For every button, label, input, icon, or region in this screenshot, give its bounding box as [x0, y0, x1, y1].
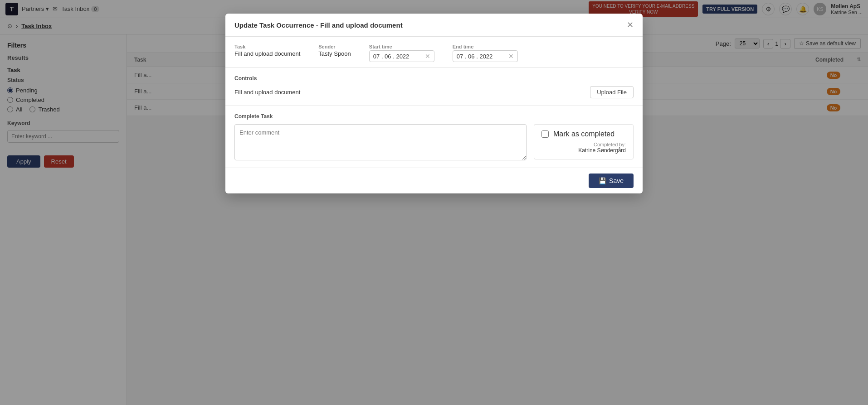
modal-overlay: Update Task Occurrence - Fill and upload…: [0, 0, 868, 405]
mark-completed-row: Mark as completed: [541, 130, 614, 138]
upload-file-button[interactable]: Upload File: [590, 86, 634, 98]
sender-label: Sender: [318, 44, 351, 49]
task-value: Fill and upload document: [234, 50, 300, 57]
modal-header: Update Task Occurrence - Fill and upload…: [225, 14, 643, 37]
modal-footer: 💾 Save: [225, 168, 643, 193]
comment-textarea[interactable]: [234, 124, 527, 160]
modal: Update Task Occurrence - Fill and upload…: [225, 14, 643, 193]
modal-title: Update Task Occurrence - Fill and upload…: [234, 21, 403, 29]
mark-completed-checkbox[interactable]: [541, 130, 549, 138]
sender-meta: Sender Tasty Spoon: [318, 44, 351, 62]
completed-by-name: Katrine Søndergård: [578, 147, 626, 154]
complete-task-section: Complete Task Mark as completed Complete…: [225, 106, 643, 168]
mark-completed-box: Mark as completed Completed by: Katrine …: [534, 124, 634, 159]
mark-completed-label: Mark as completed: [553, 130, 614, 138]
end-time-label: End time: [453, 44, 518, 49]
start-time-label: Start time: [369, 44, 434, 49]
end-time-clear-icon[interactable]: ✕: [508, 53, 514, 60]
start-time-input[interactable]: [373, 53, 423, 60]
modal-close-button[interactable]: ✕: [627, 20, 634, 30]
task-label: Task: [234, 44, 300, 49]
control-name: Fill and upload document: [234, 89, 300, 96]
complete-task-label: Complete Task: [234, 113, 634, 120]
completed-by-label: Completed by:: [578, 142, 626, 147]
end-time-meta: End time ✕: [453, 44, 518, 62]
modal-meta: Task Fill and upload document Sender Tas…: [225, 37, 643, 68]
completed-by: Completed by: Katrine Søndergård: [578, 142, 626, 154]
complete-inner: Mark as completed Completed by: Katrine …: [234, 124, 634, 160]
save-button[interactable]: 💾 Save: [589, 174, 634, 188]
end-time-input-wrap[interactable]: ✕: [453, 50, 518, 62]
controls-row: Fill and upload document Upload File: [234, 86, 634, 98]
save-icon: 💾: [599, 177, 606, 184]
sender-value: Tasty Spoon: [318, 50, 351, 57]
controls-section: Controls Fill and upload document Upload…: [225, 68, 643, 106]
start-time-input-wrap[interactable]: ✕: [369, 50, 434, 62]
save-label: Save: [609, 177, 624, 184]
end-time-input[interactable]: [457, 53, 507, 60]
task-meta: Task Fill and upload document: [234, 44, 300, 62]
start-time-meta: Start time ✕: [369, 44, 434, 62]
controls-label: Controls: [234, 75, 634, 82]
start-time-clear-icon[interactable]: ✕: [425, 53, 430, 60]
